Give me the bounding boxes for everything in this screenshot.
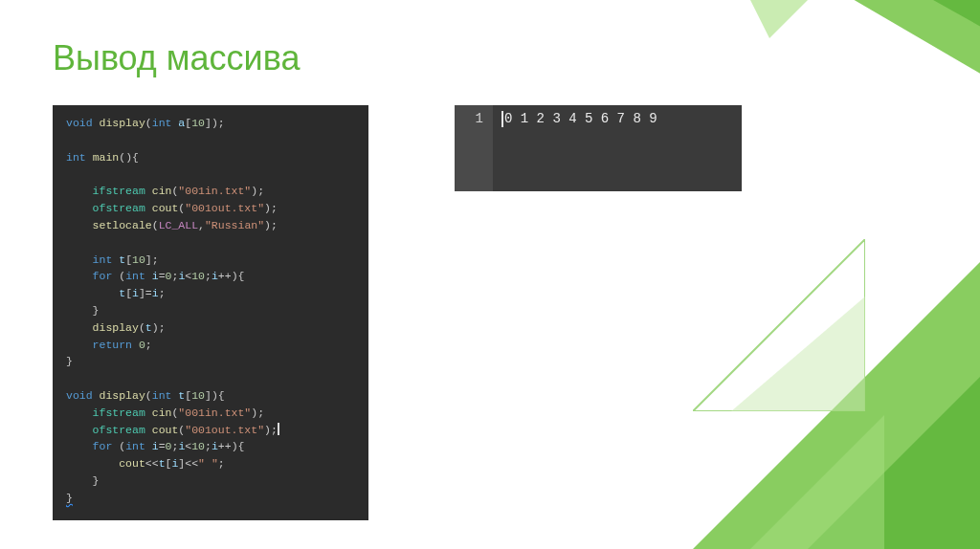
number: 10 bbox=[191, 117, 205, 129]
identifier: cout bbox=[152, 424, 179, 436]
type: ifstream bbox=[93, 406, 145, 419]
identifier: i bbox=[178, 270, 185, 282]
identifier: t bbox=[159, 457, 166, 470]
keyword: int bbox=[66, 151, 86, 164]
string: "001out.txt" bbox=[185, 424, 264, 436]
constant: LC_ALL bbox=[159, 219, 198, 231]
identifier: i bbox=[132, 287, 139, 299]
keyword: int bbox=[125, 440, 145, 452]
identifier: i bbox=[152, 287, 159, 299]
identifier: i bbox=[171, 457, 178, 470]
keyword: int bbox=[152, 389, 172, 402]
output-body: 0 1 2 3 4 5 6 7 8 9 bbox=[493, 105, 742, 191]
number: 10 bbox=[132, 253, 145, 266]
output-gutter: 1 bbox=[455, 105, 493, 191]
identifier: t bbox=[178, 389, 185, 402]
code-panel: void display(int a[10]); int main(){ ifs… bbox=[53, 105, 368, 520]
slide-title: Вывод массива bbox=[53, 38, 927, 78]
panels-row: void display(int a[10]); int main(){ ifs… bbox=[53, 105, 927, 520]
string: "Russian" bbox=[205, 219, 264, 231]
function-name: main bbox=[93, 151, 120, 164]
keyword: return bbox=[93, 339, 132, 351]
keyword: int bbox=[125, 270, 145, 282]
type: ofstream bbox=[93, 424, 145, 436]
slide: Вывод массива void display(int a[10]); i… bbox=[0, 0, 980, 549]
identifier: i bbox=[152, 270, 159, 282]
type: ifstream bbox=[93, 185, 145, 197]
output-line-number: 1 bbox=[476, 111, 483, 126]
text-cursor bbox=[278, 423, 279, 435]
identifier: a bbox=[178, 117, 185, 129]
keyword: int bbox=[152, 117, 172, 129]
number: 10 bbox=[191, 389, 205, 402]
identifier: i bbox=[178, 440, 185, 452]
number: 10 bbox=[191, 270, 205, 282]
number: 0 bbox=[166, 440, 172, 452]
output-text: 0 1 2 3 4 5 6 7 8 9 bbox=[504, 111, 657, 126]
number: 0 bbox=[166, 270, 172, 282]
type: ofstream bbox=[93, 202, 145, 214]
number: 10 bbox=[191, 440, 205, 452]
output-cursor bbox=[501, 111, 503, 127]
identifier: i bbox=[152, 440, 159, 452]
identifier: cin bbox=[152, 406, 172, 419]
string: " " bbox=[198, 457, 218, 470]
string: "001out.txt" bbox=[185, 202, 264, 214]
function-name: display bbox=[100, 117, 145, 129]
keyword: for bbox=[93, 270, 113, 282]
identifier: t bbox=[119, 253, 125, 266]
identifier: cin bbox=[152, 185, 172, 197]
keyword: int bbox=[93, 253, 113, 266]
function-call: setlocale bbox=[93, 219, 152, 231]
string: "001in.txt" bbox=[178, 406, 251, 419]
number: 0 bbox=[139, 339, 145, 351]
function-call: display bbox=[93, 321, 139, 334]
string: "001in.txt" bbox=[178, 185, 251, 197]
identifier: cout bbox=[119, 457, 145, 470]
identifier: t bbox=[145, 321, 152, 334]
identifier: cout bbox=[152, 202, 179, 214]
output-panel: 1 0 1 2 3 4 5 6 7 8 9 bbox=[455, 105, 742, 191]
function-name: display bbox=[100, 389, 145, 402]
identifier: i bbox=[212, 270, 218, 282]
squiggle-underline: } bbox=[66, 492, 73, 504]
keyword: for bbox=[93, 440, 113, 452]
identifier: i bbox=[212, 440, 218, 452]
identifier: t bbox=[119, 287, 125, 299]
keyword: void bbox=[66, 117, 93, 129]
keyword: void bbox=[66, 389, 93, 402]
